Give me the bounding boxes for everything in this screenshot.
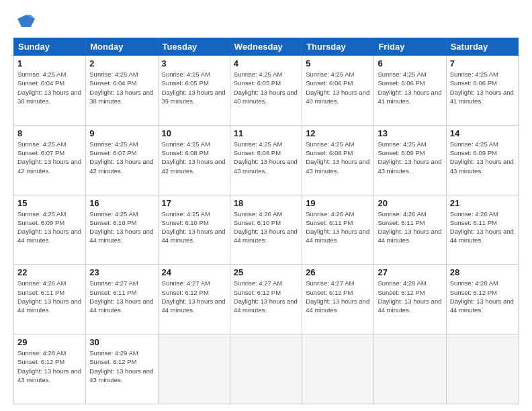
day-number: 21 <box>450 198 515 208</box>
day-detail: Sunrise: 4:28 AMSunset: 6:12 PMDaylight:… <box>378 279 442 314</box>
day-detail: Sunrise: 4:25 AMSunset: 6:10 PMDaylight:… <box>162 210 226 245</box>
calendar-cell: 15 Sunrise: 4:25 AMSunset: 6:09 PMDaylig… <box>14 195 86 265</box>
day-detail: Sunrise: 4:25 AMSunset: 6:06 PMDaylight:… <box>306 70 370 105</box>
calendar-cell: 11 Sunrise: 4:25 AMSunset: 6:08 PMDaylig… <box>230 125 302 195</box>
logo-icon <box>16 12 36 32</box>
day-number: 13 <box>378 128 442 138</box>
day-number: 2 <box>89 58 154 68</box>
calendar-cell <box>374 334 446 404</box>
calendar-cell: 14 Sunrise: 4:25 AMSunset: 6:09 PMDaylig… <box>446 125 518 195</box>
calendar-cell: 10 Sunrise: 4:25 AMSunset: 6:08 PMDaylig… <box>158 125 230 195</box>
header <box>13 12 519 32</box>
page: SundayMondayTuesdayWednesdayThursdayFrid… <box>0 0 532 411</box>
day-detail: Sunrise: 4:25 AMSunset: 6:09 PMDaylight:… <box>450 140 515 175</box>
day-detail: Sunrise: 4:26 AMSunset: 6:11 PMDaylight:… <box>306 210 370 245</box>
calendar-cell: 29 Sunrise: 4:28 AMSunset: 6:12 PMDaylig… <box>14 334 86 404</box>
calendar-cell <box>302 334 374 404</box>
day-number: 24 <box>162 267 226 277</box>
day-number: 22 <box>17 267 82 277</box>
calendar-cell: 5 Sunrise: 4:25 AMSunset: 6:06 PMDayligh… <box>302 56 374 126</box>
calendar-cell: 9 Sunrise: 4:25 AMSunset: 6:07 PMDayligh… <box>86 125 158 195</box>
calendar-cell: 16 Sunrise: 4:25 AMSunset: 6:10 PMDaylig… <box>86 195 158 265</box>
day-detail: Sunrise: 4:26 AMSunset: 6:11 PMDaylight:… <box>450 210 515 245</box>
day-detail: Sunrise: 4:25 AMSunset: 6:07 PMDaylight:… <box>17 140 82 175</box>
calendar-cell: 25 Sunrise: 4:27 AMSunset: 6:12 PMDaylig… <box>230 265 302 334</box>
col-header-sunday: Sunday <box>14 38 86 56</box>
day-detail: Sunrise: 4:27 AMSunset: 6:11 PMDaylight:… <box>89 279 154 314</box>
calendar-cell: 23 Sunrise: 4:27 AMSunset: 6:11 PMDaylig… <box>86 265 158 334</box>
calendar-cell: 26 Sunrise: 4:27 AMSunset: 6:12 PMDaylig… <box>302 265 374 334</box>
calendar-cell: 8 Sunrise: 4:25 AMSunset: 6:07 PMDayligh… <box>14 125 86 195</box>
calendar-week-4: 22 Sunrise: 4:26 AMSunset: 6:11 PMDaylig… <box>14 265 519 334</box>
calendar-cell: 24 Sunrise: 4:27 AMSunset: 6:12 PMDaylig… <box>158 265 230 334</box>
day-detail: Sunrise: 4:25 AMSunset: 6:10 PMDaylight:… <box>89 210 154 245</box>
col-header-saturday: Saturday <box>446 38 518 56</box>
day-detail: Sunrise: 4:25 AMSunset: 6:09 PMDaylight:… <box>378 140 442 175</box>
day-number: 20 <box>378 198 442 208</box>
calendar-cell: 13 Sunrise: 4:25 AMSunset: 6:09 PMDaylig… <box>374 125 446 195</box>
calendar-cell: 3 Sunrise: 4:25 AMSunset: 6:05 PMDayligh… <box>158 56 230 126</box>
day-number: 23 <box>89 267 154 277</box>
calendar-cell: 28 Sunrise: 4:28 AMSunset: 6:12 PMDaylig… <box>446 265 518 334</box>
day-number: 29 <box>17 337 82 347</box>
day-detail: Sunrise: 4:25 AMSunset: 6:09 PMDaylight:… <box>17 210 82 245</box>
calendar-week-2: 8 Sunrise: 4:25 AMSunset: 6:07 PMDayligh… <box>14 125 519 195</box>
day-detail: Sunrise: 4:26 AMSunset: 6:11 PMDaylight:… <box>378 210 442 245</box>
day-number: 26 <box>306 267 370 277</box>
day-detail: Sunrise: 4:27 AMSunset: 6:12 PMDaylight:… <box>306 279 370 314</box>
calendar-cell: 27 Sunrise: 4:28 AMSunset: 6:12 PMDaylig… <box>374 265 446 334</box>
day-number: 7 <box>450 58 515 68</box>
day-detail: Sunrise: 4:28 AMSunset: 6:12 PMDaylight:… <box>17 349 82 384</box>
day-detail: Sunrise: 4:25 AMSunset: 6:07 PMDaylight:… <box>89 140 154 175</box>
calendar-cell: 2 Sunrise: 4:25 AMSunset: 6:04 PMDayligh… <box>86 56 158 126</box>
day-number: 12 <box>306 128 370 138</box>
calendar-cell: 6 Sunrise: 4:25 AMSunset: 6:06 PMDayligh… <box>374 56 446 126</box>
col-header-tuesday: Tuesday <box>158 38 230 56</box>
calendar-table: SundayMondayTuesdayWednesdayThursdayFrid… <box>13 38 519 404</box>
day-number: 5 <box>306 58 370 68</box>
day-number: 9 <box>89 128 154 138</box>
day-detail: Sunrise: 4:25 AMSunset: 6:08 PMDaylight:… <box>162 140 226 175</box>
day-number: 17 <box>162 198 226 208</box>
day-detail: Sunrise: 4:25 AMSunset: 6:04 PMDaylight:… <box>17 70 82 105</box>
day-number: 15 <box>17 198 82 208</box>
day-number: 8 <box>17 128 82 138</box>
day-number: 1 <box>17 58 82 68</box>
day-detail: Sunrise: 4:25 AMSunset: 6:04 PMDaylight:… <box>89 70 154 105</box>
day-number: 14 <box>450 128 515 138</box>
day-detail: Sunrise: 4:25 AMSunset: 6:08 PMDaylight:… <box>234 140 298 175</box>
day-detail: Sunrise: 4:25 AMSunset: 6:08 PMDaylight:… <box>306 140 370 175</box>
day-detail: Sunrise: 4:25 AMSunset: 6:05 PMDaylight:… <box>234 70 298 105</box>
day-detail: Sunrise: 4:25 AMSunset: 6:05 PMDaylight:… <box>162 70 226 105</box>
calendar-week-5: 29 Sunrise: 4:28 AMSunset: 6:12 PMDaylig… <box>14 334 519 404</box>
col-header-thursday: Thursday <box>302 38 374 56</box>
day-detail: Sunrise: 4:26 AMSunset: 6:10 PMDaylight:… <box>234 210 298 245</box>
calendar-cell: 19 Sunrise: 4:26 AMSunset: 6:11 PMDaylig… <box>302 195 374 265</box>
calendar-cell: 12 Sunrise: 4:25 AMSunset: 6:08 PMDaylig… <box>302 125 374 195</box>
day-number: 10 <box>162 128 226 138</box>
calendar-cell <box>446 334 518 404</box>
day-number: 30 <box>89 337 154 347</box>
calendar-cell: 17 Sunrise: 4:25 AMSunset: 6:10 PMDaylig… <box>158 195 230 265</box>
calendar-cell: 30 Sunrise: 4:29 AMSunset: 6:12 PMDaylig… <box>86 334 158 404</box>
day-number: 3 <box>162 58 226 68</box>
day-number: 19 <box>306 198 370 208</box>
day-number: 18 <box>234 198 298 208</box>
day-number: 6 <box>378 58 442 68</box>
calendar-cell: 21 Sunrise: 4:26 AMSunset: 6:11 PMDaylig… <box>446 195 518 265</box>
day-number: 16 <box>89 198 154 208</box>
col-header-wednesday: Wednesday <box>230 38 302 56</box>
logo <box>13 12 36 32</box>
day-number: 11 <box>234 128 298 138</box>
day-detail: Sunrise: 4:26 AMSunset: 6:11 PMDaylight:… <box>17 279 82 314</box>
col-header-friday: Friday <box>374 38 446 56</box>
day-detail: Sunrise: 4:29 AMSunset: 6:12 PMDaylight:… <box>89 349 154 384</box>
day-detail: Sunrise: 4:28 AMSunset: 6:12 PMDaylight:… <box>450 279 515 314</box>
day-detail: Sunrise: 4:25 AMSunset: 6:06 PMDaylight:… <box>378 70 442 105</box>
col-header-monday: Monday <box>86 38 158 56</box>
day-number: 27 <box>378 267 442 277</box>
day-detail: Sunrise: 4:27 AMSunset: 6:12 PMDaylight:… <box>162 279 226 314</box>
calendar-week-1: 1 Sunrise: 4:25 AMSunset: 6:04 PMDayligh… <box>14 56 519 126</box>
calendar-header-row: SundayMondayTuesdayWednesdayThursdayFrid… <box>14 38 519 56</box>
calendar-cell: 7 Sunrise: 4:25 AMSunset: 6:06 PMDayligh… <box>446 56 518 126</box>
